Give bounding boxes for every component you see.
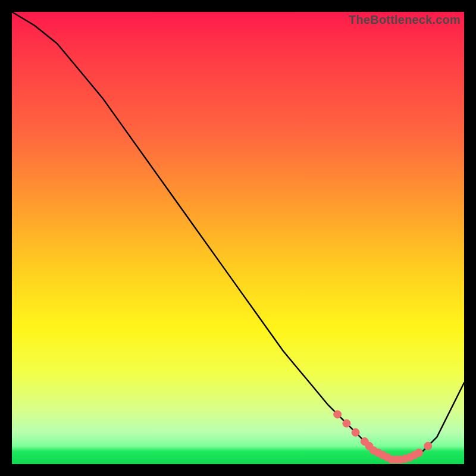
marker-dot	[334, 411, 342, 418]
chart-frame: TheBottleneck.com	[0, 0, 476, 476]
marker-dot	[343, 419, 350, 427]
highlight-markers	[334, 411, 432, 464]
chart-svg	[12, 12, 464, 464]
marker-dot	[415, 449, 423, 457]
marker-dot	[424, 442, 432, 450]
marker-dot	[352, 428, 359, 436]
chart-plot-area: TheBottleneck.com	[12, 12, 464, 464]
bottleneck-curve	[12, 12, 464, 459]
